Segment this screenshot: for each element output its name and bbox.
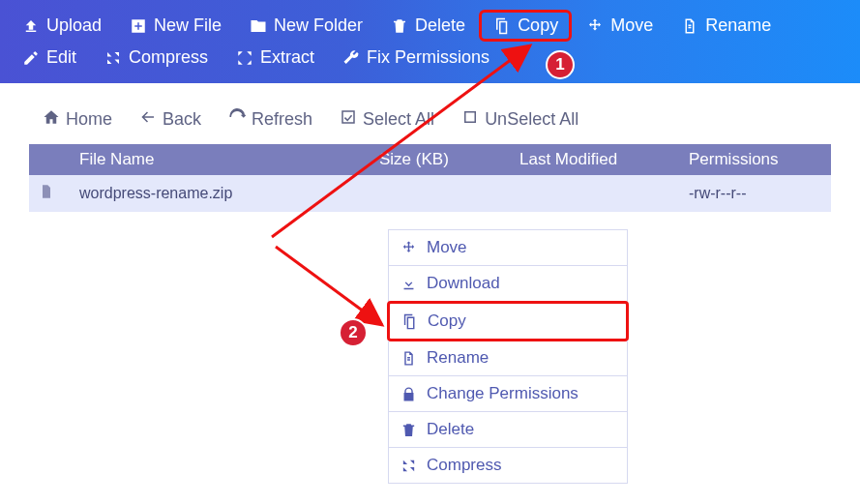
upload-button[interactable]: Upload: [8, 10, 115, 42]
compress-button[interactable]: Compress: [90, 42, 222, 74]
rename-button[interactable]: Rename: [667, 10, 785, 42]
ctx-download[interactable]: Download: [388, 266, 628, 302]
copy-icon: [492, 16, 512, 36]
upload-label: Upload: [46, 15, 102, 36]
refresh-label: Refresh: [252, 109, 312, 130]
table-header-row: File Name Size (KB) Last Modified Permis…: [29, 144, 831, 175]
extract-label: Extract: [260, 47, 314, 68]
annotation-badge-1: 1: [546, 50, 575, 79]
compress-icon: [104, 48, 123, 68]
file-table: File Name Size (KB) Last Modified Permis…: [29, 144, 831, 212]
move-icon: [400, 240, 417, 256]
navigation-bar: Home Back Refresh Select All UnSelect Al…: [0, 83, 860, 144]
header-size[interactable]: Size (KB): [370, 144, 510, 175]
file-icon: [400, 350, 417, 367]
fix-permissions-button[interactable]: Fix Permissions: [328, 42, 503, 74]
ctx-delete[interactable]: Delete: [388, 412, 628, 448]
fix-permissions-label: Fix Permissions: [367, 47, 489, 68]
cell-permissions: -rw-r--r--: [679, 175, 831, 212]
trash-icon: [400, 422, 417, 438]
ctx-rename[interactable]: Rename: [388, 341, 628, 376]
ctx-rename-label: Rename: [427, 348, 489, 368]
home-icon: [43, 108, 60, 131]
move-button[interactable]: Move: [572, 10, 667, 42]
trash-icon: [390, 16, 409, 36]
ctx-move-label: Move: [427, 238, 467, 257]
new-folder-button[interactable]: New Folder: [235, 10, 376, 42]
ctx-delete-label: Delete: [427, 420, 474, 439]
ctx-compress-label: Compress: [427, 456, 501, 475]
ctx-download-label: Download: [427, 274, 500, 293]
context-menu: Move Download Copy Rename Change Permiss…: [388, 229, 628, 484]
edit-label: Edit: [46, 47, 76, 68]
home-label: Home: [66, 109, 112, 130]
new-file-button[interactable]: New File: [115, 10, 235, 42]
back-arrow-icon: [139, 108, 157, 131]
ctx-change-permissions-label: Change Permissions: [427, 384, 578, 403]
plus-square-icon: [129, 16, 148, 36]
new-file-label: New File: [154, 15, 222, 36]
ctx-copy-label: Copy: [428, 311, 466, 331]
back-button[interactable]: Back: [126, 104, 215, 134]
header-modified[interactable]: Last Modified: [510, 144, 679, 175]
svg-line-1: [276, 247, 382, 325]
pencil-icon: [21, 48, 41, 68]
header-permissions[interactable]: Permissions: [679, 144, 831, 175]
delete-button[interactable]: Delete: [376, 10, 479, 42]
upload-icon: [21, 16, 41, 36]
compress-icon: [400, 458, 417, 474]
home-button[interactable]: Home: [29, 104, 126, 134]
wrench-icon: [341, 48, 361, 68]
select-all-label: Select All: [363, 109, 434, 130]
back-label: Back: [163, 109, 201, 130]
cell-modified: [510, 175, 679, 212]
cell-filename: wordpress-rename.zip: [70, 175, 370, 212]
unselect-all-label: UnSelect All: [485, 109, 578, 130]
expand-icon: [235, 48, 254, 68]
folder-icon: [249, 16, 268, 36]
annotation-badge-2: 2: [339, 318, 368, 347]
main-toolbar: Upload New File New Folder Delete Copy M…: [0, 0, 860, 83]
cell-size: [370, 175, 510, 212]
refresh-icon: [228, 108, 246, 131]
copy-icon: [401, 313, 418, 330]
checkbox-checked-icon: [340, 108, 357, 131]
ctx-compress[interactable]: Compress: [388, 448, 628, 484]
download-icon: [400, 276, 417, 292]
delete-label: Delete: [415, 15, 465, 36]
move-icon: [585, 16, 605, 36]
lock-icon: [400, 386, 417, 402]
header-filename[interactable]: File Name: [70, 144, 370, 175]
table-row[interactable]: wordpress-rename.zip -rw-r--r--: [29, 175, 831, 212]
new-folder-label: New Folder: [274, 15, 363, 36]
ctx-copy[interactable]: Copy: [387, 301, 629, 341]
checkbox-empty-icon: [461, 108, 479, 131]
file-table-wrap: File Name Size (KB) Last Modified Permis…: [0, 144, 860, 212]
unselect-all-button[interactable]: UnSelect All: [448, 104, 592, 134]
copy-button[interactable]: Copy: [479, 10, 572, 42]
compress-label: Compress: [129, 47, 208, 68]
move-label: Move: [610, 15, 653, 36]
edit-button[interactable]: Edit: [8, 42, 90, 74]
copy-label: Copy: [518, 15, 558, 36]
ctx-change-permissions[interactable]: Change Permissions: [388, 376, 628, 412]
file-type-icon: [29, 175, 70, 212]
refresh-button[interactable]: Refresh: [215, 104, 326, 134]
rename-label: Rename: [705, 15, 771, 36]
extract-button[interactable]: Extract: [222, 42, 328, 74]
file-icon: [680, 16, 699, 36]
ctx-move[interactable]: Move: [388, 229, 628, 266]
select-all-button[interactable]: Select All: [326, 104, 448, 134]
